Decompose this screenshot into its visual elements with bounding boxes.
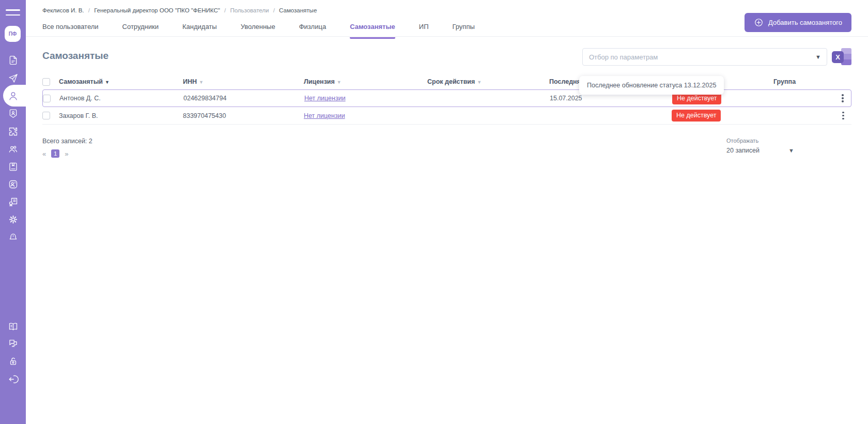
breadcrumb-role[interactable]: Генеральный директор ООО "ПКО "ФЕНИКС" bbox=[94, 7, 220, 13]
sidebar-item-team[interactable] bbox=[0, 140, 26, 158]
sort-icon: ▼ bbox=[477, 80, 482, 85]
document-icon bbox=[8, 55, 19, 66]
header-divider bbox=[26, 36, 868, 37]
prev-page-button[interactable]: « bbox=[42, 150, 46, 158]
sidebar-item-settings[interactable] bbox=[0, 210, 26, 228]
sort-icon: ▼ bbox=[105, 80, 110, 85]
avatar[interactable]: ПФ bbox=[5, 26, 21, 42]
row-menu-kebab-icon[interactable] bbox=[840, 93, 845, 104]
next-page-button[interactable]: » bbox=[65, 150, 68, 158]
status-badge: Не действует bbox=[672, 110, 721, 122]
cell-name: Захаров Г. В. bbox=[59, 112, 183, 119]
breadcrumb-selfemployed: Самозанятые bbox=[279, 7, 317, 13]
per-page-dropdown-icon[interactable]: ▼ bbox=[788, 147, 794, 154]
menu-hamburger-icon[interactable] bbox=[6, 9, 20, 17]
sidebar-item-support[interactable] bbox=[0, 335, 26, 352]
pagination: « 1 » bbox=[42, 149, 68, 158]
sidebar-item-logout[interactable] bbox=[0, 370, 26, 388]
add-selfemployed-button[interactable]: Добавить самозанятого bbox=[745, 13, 851, 32]
team-icon bbox=[8, 144, 19, 155]
col-selfemployed[interactable]: Самозанятый▼ bbox=[59, 78, 183, 85]
sidebar-item-add-contact[interactable] bbox=[0, 175, 26, 193]
bell-icon bbox=[8, 232, 19, 243]
certificate-icon bbox=[8, 196, 19, 207]
open-book-icon bbox=[8, 321, 19, 332]
sidebar-item-notifications[interactable] bbox=[0, 229, 26, 246]
export-excel-button[interactable]: X bbox=[832, 47, 851, 67]
plus-circle-icon bbox=[754, 18, 764, 27]
id-badge-icon bbox=[8, 108, 19, 119]
table-row[interactable]: Антонов Д. С. 024629834794 Нет лицензии … bbox=[42, 89, 851, 107]
cell-last-update: 15.07.2025 bbox=[550, 95, 672, 102]
sidebar-item-id-badge[interactable] bbox=[0, 104, 26, 122]
sidebar-item-users[interactable] bbox=[0, 87, 26, 104]
row-checkbox[interactable] bbox=[42, 112, 50, 119]
lock-open-icon bbox=[8, 356, 19, 367]
no-license-link[interactable]: Нет лицензии bbox=[304, 95, 346, 102]
sidebar-item-integrations[interactable] bbox=[0, 123, 26, 140]
sidebar-item-knowledge-base[interactable] bbox=[0, 317, 26, 335]
row-checkbox[interactable] bbox=[43, 95, 51, 102]
table-row[interactable]: Захаров Г. В. 833970475430 Нет лицензии … bbox=[42, 107, 851, 125]
no-license-link[interactable]: Нет лицензии bbox=[304, 112, 345, 119]
per-page-select[interactable]: Отображать 20 записей ▼ bbox=[726, 138, 794, 154]
breadcrumb: Феклисов И. В. / Генеральный директор ОО… bbox=[42, 7, 317, 13]
status-update-tooltip: Последнее обновление статуса 13.12.2025 bbox=[579, 76, 724, 95]
excel-x-icon: X bbox=[832, 51, 844, 63]
sidebar: ПФ bbox=[0, 0, 26, 424]
table-header-row: Самозанятый▼ ИНН▼ Лицензия▼ Срок действи… bbox=[42, 74, 851, 89]
breadcrumb-user[interactable]: Феклисов И. В. bbox=[42, 7, 84, 13]
page-number-button[interactable]: 1 bbox=[51, 149, 59, 158]
row-menu-kebab-icon[interactable] bbox=[841, 110, 846, 122]
book-icon bbox=[8, 161, 19, 172]
sidebar-item-documents[interactable] bbox=[0, 51, 26, 69]
breadcrumb-users[interactable]: Пользователи bbox=[230, 7, 269, 13]
sort-icon: ▼ bbox=[199, 80, 204, 85]
sidebar-item-certificates[interactable] bbox=[0, 193, 26, 210]
per-page-label: Отображать bbox=[726, 138, 794, 144]
cell-inn: 833970475430 bbox=[183, 112, 304, 119]
cell-inn: 024629834794 bbox=[183, 95, 304, 102]
col-inn[interactable]: ИНН▼ bbox=[183, 78, 304, 85]
select-all-checkbox[interactable] bbox=[42, 78, 50, 86]
sidebar-item-journal[interactable] bbox=[0, 158, 26, 175]
filter-input[interactable] bbox=[582, 48, 827, 66]
add-contact-icon bbox=[8, 179, 19, 190]
sidebar-item-send[interactable] bbox=[0, 69, 26, 87]
main-content: Феклисов И. В. / Генеральный директор ОО… bbox=[26, 0, 868, 424]
col-license[interactable]: Лицензия▼ bbox=[304, 78, 427, 85]
user-icon bbox=[8, 90, 19, 101]
page-title: Самозанятые bbox=[42, 50, 109, 62]
puzzle-icon bbox=[8, 126, 19, 137]
support-chat-icon bbox=[8, 338, 19, 349]
col-term[interactable]: Срок действия▼ bbox=[427, 78, 549, 85]
paper-plane-icon bbox=[8, 73, 19, 84]
per-page-value: 20 записей bbox=[726, 147, 760, 154]
logout-icon bbox=[8, 374, 19, 385]
cell-name: Антонов Д. С. bbox=[59, 95, 183, 102]
records-total: Всего записей: 2 bbox=[42, 138, 92, 145]
filter-area: ▼ X bbox=[582, 47, 851, 67]
col-group: Группа bbox=[773, 78, 835, 85]
sidebar-item-security[interactable] bbox=[0, 352, 26, 370]
sort-icon: ▼ bbox=[337, 80, 342, 85]
selfemployed-table: Самозанятый▼ ИНН▼ Лицензия▼ Срок действи… bbox=[42, 74, 851, 125]
settings-gear-icon bbox=[8, 214, 19, 225]
